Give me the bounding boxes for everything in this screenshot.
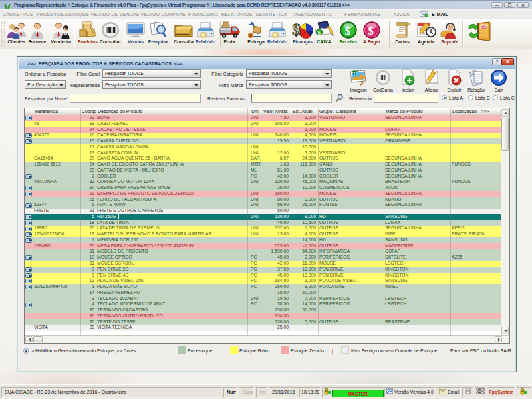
- svg-text:$: $: [368, 25, 374, 37]
- svg-text:$: $: [318, 29, 321, 36]
- svg-text:EXIT: EXIT: [481, 25, 488, 29]
- svg-text:$: $: [292, 21, 301, 39]
- svg-text:$: $: [345, 25, 351, 37]
